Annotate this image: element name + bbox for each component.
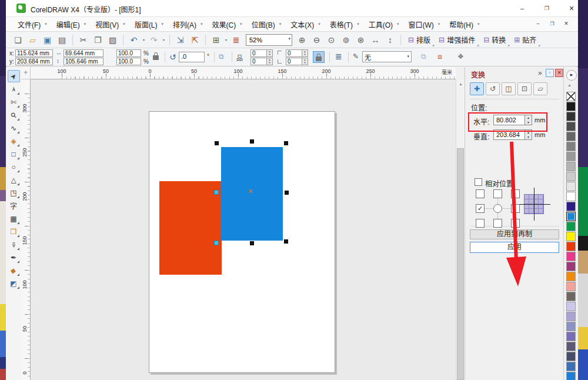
combo-caret-icon[interactable]: ▾	[407, 54, 409, 59]
welcome-screen-button[interactable]: ≣	[229, 34, 243, 46]
color-swatch[interactable]	[566, 362, 576, 371]
outline-pen-tool[interactable]: ✒	[8, 251, 20, 264]
scrollbar-thumb[interactable]	[457, 148, 464, 380]
skew-tab[interactable]: ▱	[533, 82, 547, 95]
pages-red-icon[interactable]: ⧈	[437, 52, 442, 61]
undo-dropdown[interactable]: ▾	[141, 38, 146, 42]
plugins-button[interactable]: ⊟增强插件	[435, 34, 479, 46]
selection-handle[interactable]	[284, 141, 288, 145]
smart-fill-tool[interactable]: ◈	[8, 135, 20, 147]
color-swatch[interactable]	[566, 212, 576, 221]
selection-handle[interactable]	[250, 139, 254, 144]
menu-item-9[interactable]: 工具(O)▾	[365, 18, 403, 31]
pages-gray-icon[interactable]: ⧉	[421, 52, 426, 61]
color-swatch[interactable]	[566, 352, 576, 361]
interactive-fill-tool[interactable]: ◩	[8, 277, 20, 289]
restore-button[interactable]: ❐	[541, 4, 553, 13]
corner-radius-tr-field[interactable]: 0	[286, 49, 302, 57]
convert-button[interactable]: ⊟转换	[479, 34, 510, 46]
color-swatch[interactable]	[566, 122, 576, 131]
import-button[interactable]: ⇲	[173, 34, 188, 46]
close-button[interactable]: ✕	[566, 4, 577, 13]
corner-spin[interactable]: ▲▼	[266, 49, 273, 57]
document-minimize-button[interactable]: –	[533, 19, 543, 28]
color-swatch[interactable]	[566, 372, 576, 380]
basic-shapes-tool[interactable]: ◳	[8, 186, 20, 199]
symbol-icon[interactable]: ❖	[457, 52, 464, 61]
scale-h-field[interactable]: 100.0	[116, 49, 141, 57]
anchor-grid-box[interactable]	[476, 189, 485, 198]
new-button[interactable]: ❏	[11, 34, 25, 46]
corner-radius-bl-field[interactable]: 0	[250, 58, 267, 65]
menu-item-0[interactable]: 文件(F)▾	[14, 18, 51, 31]
color-swatch[interactable]	[566, 322, 576, 331]
color-swatch[interactable]	[566, 142, 576, 151]
color-swatch[interactable]	[566, 202, 576, 211]
combo-caret-icon[interactable]: ▾	[288, 36, 290, 41]
selection-center-mark[interactable]: ✕	[248, 188, 253, 195]
selection-handle[interactable]	[284, 239, 288, 244]
export-button[interactable]: ⇱	[188, 34, 202, 46]
color-swatch[interactable]	[566, 262, 576, 271]
typeset-button[interactable]: ⊟排版	[404, 34, 435, 46]
menu-item-5[interactable]: 效果(C)▾	[209, 18, 246, 31]
scale-v-field[interactable]: 100.0	[116, 58, 141, 65]
blend-tool[interactable]: ❐	[8, 225, 20, 238]
crop-tool[interactable]: ✄	[8, 96, 20, 108]
palette-scroll-up-icon[interactable]: ▲	[567, 83, 572, 87]
pick-tool[interactable]: ➤	[8, 70, 20, 82]
redo-button[interactable]: ↷	[146, 34, 161, 46]
node-handle[interactable]	[214, 241, 219, 245]
document-restore-button[interactable]: ❐	[547, 19, 557, 28]
save-button[interactable]: ▣	[40, 34, 55, 46]
docker-close-button[interactable]: ✕	[555, 69, 563, 77]
minimize-button[interactable]: –	[516, 4, 528, 13]
horizontal-ruler[interactable]: 毫米 10050050100150200250300	[31, 67, 456, 79]
anchor-grid-box[interactable]	[476, 219, 485, 228]
object-width-field[interactable]: 69.644 mm	[64, 49, 103, 57]
snap-button[interactable]: ⊞贴齐	[510, 34, 540, 46]
node-handle[interactable]	[214, 190, 219, 195]
freehand-tool[interactable]: ∿	[8, 122, 20, 134]
color-swatch[interactable]	[566, 242, 576, 251]
redo-dropdown[interactable]: ▾	[161, 38, 166, 42]
color-swatch[interactable]	[566, 272, 576, 281]
zoom-out-button[interactable]: ⊖	[309, 34, 324, 46]
color-swatch[interactable]	[566, 162, 576, 171]
color-swatch[interactable]	[566, 102, 576, 111]
size-tab[interactable]: ⊡	[517, 82, 532, 95]
color-swatch[interactable]	[566, 302, 576, 311]
corner-spin[interactable]: ▲▼	[266, 58, 273, 65]
table-tool[interactable]: ▦	[8, 212, 20, 225]
docker-minimize-button[interactable]: ▫	[546, 69, 554, 77]
corner-spin[interactable]: ▲▼	[302, 58, 308, 65]
color-swatch[interactable]	[566, 222, 576, 231]
menu-item-4[interactable]: 排列(A)▾	[169, 18, 206, 31]
menu-item-7[interactable]: 文本(X)▾	[287, 18, 324, 31]
menu-item-10[interactable]: 窗口(W)▾	[405, 18, 443, 31]
no-color-swatch[interactable]	[566, 92, 576, 101]
app-launcher-button[interactable]: ⊞	[209, 34, 223, 46]
scale-lock-icon[interactable]	[153, 55, 159, 60]
zoom-tool[interactable]: ⚲	[8, 109, 20, 121]
text-tool[interactable]: 字	[8, 199, 20, 212]
color-swatch[interactable]	[566, 342, 576, 351]
color-swatch[interactable]	[566, 182, 576, 191]
ruler-origin[interactable]: ✛	[21, 67, 31, 79]
zoom-all-button[interactable]: ⊛	[353, 34, 368, 46]
y-position-field[interactable]: 203.684 mm	[15, 58, 53, 65]
position-tab[interactable]: ✚	[470, 82, 484, 95]
wrap-text-icon[interactable]: ≣	[335, 52, 342, 61]
zoom-height-button[interactable]: ↕	[383, 34, 397, 46]
color-swatch[interactable]	[566, 112, 576, 121]
color-swatch[interactable]	[566, 192, 576, 201]
rotate-tab[interactable]: ↺	[486, 82, 500, 95]
undo-button[interactable]: ↶	[126, 34, 141, 46]
corner-radius-tl-field[interactable]: 0	[250, 49, 267, 57]
fill-tool[interactable]: ◆	[8, 264, 20, 276]
color-swatch[interactable]	[566, 132, 576, 141]
corner-spin[interactable]: ▲▼	[302, 49, 308, 57]
x-position-field[interactable]: 115.624 mm	[15, 49, 53, 57]
color-swatch[interactable]	[566, 152, 576, 161]
ellipse-tool[interactable]: ○	[8, 161, 20, 173]
